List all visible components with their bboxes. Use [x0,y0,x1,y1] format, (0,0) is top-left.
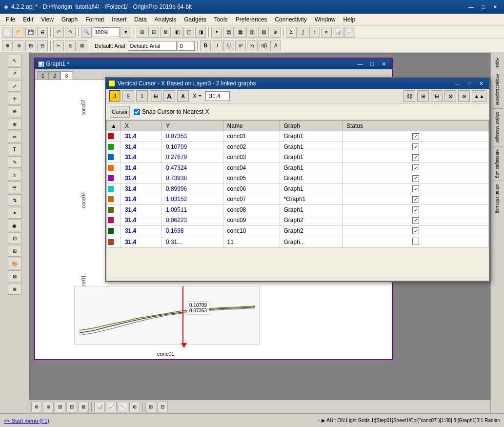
tb-btn-15[interactable]: ↕ [309,27,320,38]
menu-graph[interactable]: Graph [58,15,81,24]
bt-btn-4[interactable]: ⊟ [66,402,77,412]
menu-edit[interactable]: Edit [19,15,37,24]
tb2-btn-2[interactable]: ⊗ [14,41,24,51]
lp-btn-4[interactable]: ✛ [8,93,21,104]
graph-close[interactable]: ✕ [379,60,389,68]
cell-status-6[interactable]: ✓ [343,194,489,205]
vc-cursor-btn[interactable]: J [109,90,121,102]
bt-btn-5[interactable]: ⊠ [78,402,89,412]
cell-status-7[interactable]: ✓ [343,204,489,215]
col-header-y[interactable]: Y [161,121,223,131]
vc-minimize[interactable]: — [452,80,463,88]
lp-btn-2[interactable]: ↗ [8,67,21,79]
graph-tab-3[interactable]: 3 [60,71,72,80]
vc-link-btn[interactable]: ⛓ [403,90,415,102]
fontsize-input[interactable] [178,41,195,51]
apps-label[interactable]: Apps [495,58,500,68]
checkbox-5[interactable]: ✓ [412,185,419,192]
graph-tab-1[interactable]: 1 [37,71,49,80]
maximize-button[interactable]: □ [479,3,488,11]
vc-textsmall-btn[interactable]: A [177,90,189,102]
checkbox-2[interactable]: ✓ [412,154,419,161]
tb-btn-9[interactable]: ▦ [235,27,245,38]
checkbox-partial[interactable] [412,238,419,244]
tb-btn-14[interactable]: ∫ [298,27,308,38]
bt-btn-11[interactable]: ⊟ [157,402,168,412]
redo-btn[interactable]: ↷ [65,27,76,38]
menu-file[interactable]: File [2,15,19,24]
tb-btn-13[interactable]: Σ [286,27,297,38]
bt-btn-9[interactable]: ⊕ [129,402,140,412]
lp-btn-5[interactable]: ⊕ [8,105,21,117]
zoom-input[interactable] [93,27,120,37]
alpha-btn[interactable]: αβ [259,41,269,51]
menu-window[interactable]: Window [311,15,340,24]
tb-btn-17[interactable]: 📊 [333,27,343,38]
vc-expand-btn[interactable]: ⊗ [458,90,470,102]
menu-view[interactable]: View [37,15,58,24]
menu-format[interactable]: Format [81,15,108,24]
tb-btn-7[interactable]: ✦ [211,27,222,38]
snap-checkbox-label[interactable]: Snap Cursor to Nearest X [134,108,209,115]
open-btn[interactable]: 📂 [14,27,24,38]
col-header-arrow[interactable]: ▲ [107,121,121,131]
tb-btn-5[interactable]: ◫ [183,27,194,38]
cell-status-5[interactable]: ✓ [343,183,489,194]
lp-btn-3[interactable]: ⤢ [8,80,21,92]
cell-status-1[interactable]: ✓ [343,142,489,152]
vc-maximize[interactable]: □ [465,80,474,88]
tb-btn-6[interactable]: ◨ [195,27,206,38]
menu-insert[interactable]: Insert [108,15,130,24]
snap-checkbox-input[interactable] [134,109,140,115]
cell-status-0[interactable]: ✓ [343,131,489,142]
graph-minimize[interactable]: — [354,60,365,68]
menu-analysis[interactable]: Analysis [151,15,181,24]
vc-settings-btn[interactable]: ⊠ [444,90,456,102]
cell-status-3[interactable]: ✓ [343,163,489,173]
cursor-tab-btn[interactable]: Cursor [110,106,130,118]
bt-btn-7[interactable]: 📈 [106,402,117,412]
superscript-btn[interactable]: x² [235,41,246,51]
lp-btn-6[interactable]: ⊗ [8,118,21,130]
checkbox-1[interactable]: ✓ [412,143,419,150]
vc-titlebar[interactable]: Vertical Cursor - X Based on Layer3 - 2 … [106,78,489,89]
graph-maximize[interactable]: □ [367,60,377,68]
cell-status-4[interactable]: ✓ [343,173,489,184]
graph-titlebar[interactable]: 📊 Graph1 * — □ ✕ [35,59,392,69]
cell-status-2[interactable]: ✓ [343,152,489,163]
checkbox-3[interactable]: ✓ [412,164,419,171]
checkbox-4[interactable]: ✓ [412,175,419,182]
bold-btn[interactable]: B [200,41,211,51]
new-btn[interactable]: 📄 [2,27,13,38]
zoom-dropdown[interactable]: ▼ [121,27,131,38]
tb-btn-4[interactable]: ◧ [172,27,182,38]
minimize-button[interactable]: — [465,3,477,11]
tb2-btn-5[interactable]: ✂ [53,41,64,51]
tb-btn-11[interactable]: ▧ [258,27,269,38]
save-btn[interactable]: 💾 [25,27,36,38]
subscript-btn[interactable]: x₂ [247,41,258,51]
lp-btn-9[interactable]: ✎ [8,156,21,168]
lp-btn-13[interactable]: ✦ [8,207,21,219]
graph-tab-2[interactable]: 2 [49,71,60,80]
font-input[interactable] [128,41,177,51]
tb2-btn-7[interactable]: ⊠ [77,41,87,51]
menu-data[interactable]: Data [130,15,150,24]
status-left[interactable]: << Start menu (F1) [4,418,49,424]
vc-grid-btn[interactable]: ⊟ [431,90,443,102]
project-explorer-label[interactable]: Project Explorer [495,74,500,105]
close-button[interactable]: ✕ [490,3,500,11]
checkbox-0[interactable]: ✓ [412,133,419,140]
lp-btn-1[interactable]: ↖ [8,55,21,66]
lp-btn-16[interactable]: ⊞ [8,245,21,257]
zoom-in-btn[interactable]: 🔍 [81,27,92,38]
lp-btn-12[interactable]: ⇅ [8,194,21,206]
lp-btn-8[interactable]: T [8,143,21,155]
lp-btn-11[interactable]: ☰ [8,182,21,193]
checkbox-6[interactable]: ✓ [412,196,419,203]
vc-table-btn[interactable]: ⊞ [417,90,429,102]
tb-btn-2[interactable]: ⊟ [148,27,159,38]
col-header-graph[interactable]: Graph [280,121,342,131]
vc-text-btn[interactable]: A [163,90,175,102]
vc-multi-btn[interactable]: ⊞ [150,90,161,102]
